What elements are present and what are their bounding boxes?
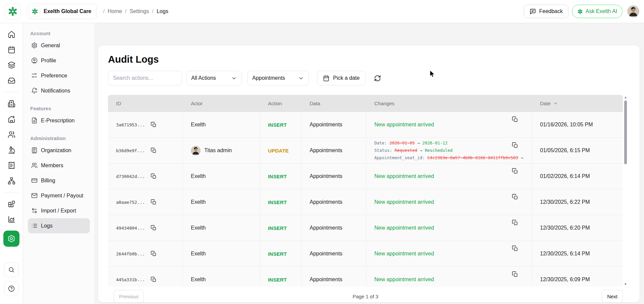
refresh-button[interactable] [374,75,381,82]
scroll-up-arrow[interactable]: ▲ [624,96,627,100]
diff-line: Status: Requested → Rescheduled [374,147,523,154]
sidebar-item-members[interactable]: Members [28,158,90,173]
section-title: Features [28,102,90,113]
sidebar-item-preference[interactable]: Preference [28,68,90,83]
rail-search-button[interactable] [4,262,19,277]
rail-divider [4,92,19,92]
sidebar-item-label: Organization [41,147,71,154]
sidebar-item-payment-payout[interactable]: Payment / Payout [28,188,90,203]
copy-changes-button[interactable] [512,142,518,148]
rail-calendar-button[interactable] [5,46,18,54]
next-page-button[interactable]: Next [602,290,623,303]
data-type: Appointments [310,122,342,128]
rail-help-button[interactable] [4,281,19,296]
calendar-icon [8,46,15,54]
rail-layers-button[interactable] [5,61,18,69]
rail-receipt-button[interactable] [5,161,18,169]
actor-name: Exelth [191,122,206,128]
copy-id-button[interactable] [151,225,157,231]
sidebar-item-label: Payment / Payout [41,193,83,199]
sidebar-item-organization[interactable]: Organization [28,143,90,158]
scroll-down-arrow[interactable]: ▼ [624,283,627,287]
workspace-switcher[interactable]: Exelth Global Care [27,4,97,19]
rail-home-button[interactable] [5,30,18,38]
section-title: Account [28,27,90,38]
copy-changes-button[interactable] [512,168,518,174]
search-input[interactable] [108,71,182,85]
actor-cell: Exelth [183,215,260,241]
credit-card-icon [31,177,38,184]
data-filter-value: Appointments [252,75,285,81]
copy-id-button[interactable] [151,277,157,283]
sidebar-item-e-prescription[interactable]: E-Prescription [28,113,90,128]
previous-page-button[interactable]: Previous [114,290,144,303]
log-date: 01/02/2026, 6:14 PM [540,173,590,179]
rail-org-chart-button[interactable] [5,177,18,185]
breadcrumb-home[interactable]: Home [108,8,122,14]
sidebar-item-notifications[interactable]: Notifications [28,83,90,98]
actions-filter-select[interactable]: All Actions [186,71,242,85]
rail-area-chart-button[interactable] [5,215,18,223]
data-type: Appointments [310,225,342,231]
inbox-icon [8,77,15,84]
id-cell: b36d9e9f... [108,138,183,163]
feedback-button[interactable]: Feedback [524,5,568,18]
copy-id-button[interactable] [151,122,157,128]
copy-id-button[interactable] [151,147,157,154]
rail-hospital-button[interactable] [5,100,18,108]
column-header-date-sortable[interactable]: Date [532,101,623,106]
changes-cell: New appointment arrived [366,164,532,189]
data-cell: Appointments [302,189,366,215]
sidebar-item-import-export[interactable]: Import / Export [28,203,90,218]
scrollbar-thumb[interactable] [624,101,627,164]
breadcrumb-logs[interactable]: Logs [157,8,168,14]
copy-id-button[interactable] [151,199,157,205]
sidebar-item-billing[interactable]: Billing [28,173,90,188]
breadcrumb-settings[interactable]: Settings [129,8,149,14]
copy-id-button[interactable] [151,173,157,179]
copy-id-button[interactable] [151,251,157,257]
diff-line: Appointment_seat_id: C4c2363e-8a57-4b0b-… [374,154,523,162]
log-id: d730042d... [116,174,145,179]
sidebar-item-logs-active[interactable]: Logs [28,218,90,233]
id-cell: 445a331b... [108,267,183,287]
users-icon [8,131,15,138]
actor-cell: Exelth [183,112,260,137]
copy-changes-button[interactable] [512,220,518,226]
copy-changes-button[interactable] [512,194,518,200]
copy-changes-button[interactable] [512,116,518,123]
rail-microscope-button[interactable] [5,146,18,154]
actor-name: Exelth [191,251,206,257]
data-filter-select[interactable]: Appointments [247,71,309,85]
sliders-icon [31,72,38,79]
sidebar-item-profile[interactable]: Profile [28,53,90,68]
rail-inbox-button[interactable] [5,76,18,84]
rail-settings-button-active[interactable] [3,231,19,247]
actor-name: Exelth [191,199,206,205]
action-cell: INSERT [260,215,302,241]
log-id: 3a671953... [116,122,145,127]
copy-changes-button[interactable] [512,271,518,278]
app-logo[interactable] [5,3,21,19]
ask-ai-button[interactable]: Ask Exelth AI [572,5,623,18]
pick-date-button[interactable]: Pick a date [317,71,366,85]
user-avatar[interactable] [627,5,639,17]
changes-message: New appointment arrived [374,251,434,257]
asterisk-icon [577,9,583,14]
copy-icon [512,271,518,278]
diff-arrow: → [417,140,420,145]
table-row: 3a671953... Exelth INSERT Appointments N… [108,112,623,138]
changes-message: New appointment arrived [374,225,434,231]
table-row: b36d9e9f... Titas admin UPDATE Appointme… [108,138,623,164]
sidebar-item-general[interactable]: General [28,38,90,53]
circle-user-icon [31,57,38,64]
table-scrollbar[interactable]: ▲ ▼ [624,96,628,287]
rail-blocks-button[interactable] [5,200,18,208]
ask-ai-label: Ask Exelth AI [586,8,617,14]
rail-users-button[interactable] [5,130,18,138]
actor-cell: Exelth [183,189,260,215]
copy-icon [151,199,157,205]
rail-house-plus-button[interactable] [5,115,18,123]
users-icon [31,162,38,169]
copy-changes-button[interactable] [512,245,518,252]
